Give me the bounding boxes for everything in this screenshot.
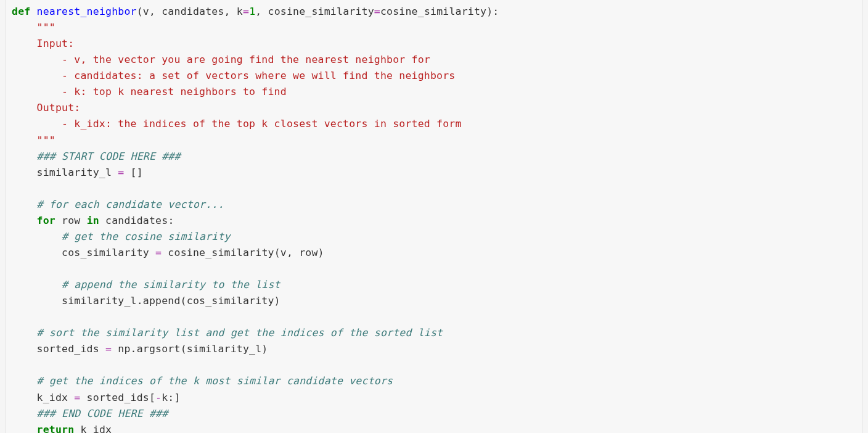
op-eq: = [74,392,80,403]
comment-end: ### END CODE HERE ### [12,408,168,419]
keyword-in: in [87,215,99,226]
append-line: similarity_l.append(cos_similarity) [12,295,280,307]
keyword-return: return [37,424,75,433]
docstring-input: Input: [12,38,74,49]
kidx-r2: k:] [162,392,180,403]
code-block: def nearest_neighbor(v, candidates, k=1,… [5,0,863,433]
for-row: row [55,215,87,226]
sim-r: [] [124,167,142,178]
num-1: 1 [249,6,255,17]
kidx-l: k_idx [12,392,74,403]
return-val: k_idx [74,424,112,433]
cos-r: cosine_similarity(v, row) [162,247,324,258]
comment-kidx: # get the indices of the k most similar … [12,375,393,387]
kidx-r1: sorted_ids[ [80,392,155,403]
comment-append: # append the similarity to the list [12,279,280,291]
keyword-def: def [12,6,30,17]
comment-sort: # sort the similarity list and get the i… [12,327,443,339]
params-2: , cosine_similarity [255,6,374,17]
params-3: cosine_similarity): [380,6,499,17]
keyword-for: for [37,215,55,226]
indent [12,424,37,433]
docstring-k: - k: top k nearest neighbors to find [12,86,287,97]
cos-l: cos_similarity [12,247,155,258]
op-eq: = [374,6,380,17]
docstring-open: """ [12,22,55,33]
function-name: nearest_neighbor [37,6,137,17]
comment-cos: # get the cosine similarity [12,231,231,242]
comment-each: # for each candidate vector... [12,199,224,210]
docstring-close: """ [12,134,55,146]
indent [12,215,37,226]
docstring-v: - v, the vector you are going find the n… [12,54,430,65]
op-neg: - [155,392,162,403]
sort-l: sorted_ids [12,343,105,355]
comment-start: ### START CODE HERE ### [12,151,181,162]
op-eq: = [118,167,124,178]
params-1: (v, candidates, k [137,6,243,17]
for-rest: candidates: [99,215,174,226]
docstring-candidates: - candidates: a set of vectors where we … [12,70,456,81]
sim-l: similarity_l [12,167,118,178]
op-eq: = [105,343,112,355]
docstring-output: Output: [12,102,80,113]
op-eq: = [243,6,249,17]
sort-r: np.argsort(similarity_l) [112,343,268,355]
docstring-kidx: - k_idx: the indices of the top k closes… [12,118,462,130]
op-eq: = [155,247,162,258]
